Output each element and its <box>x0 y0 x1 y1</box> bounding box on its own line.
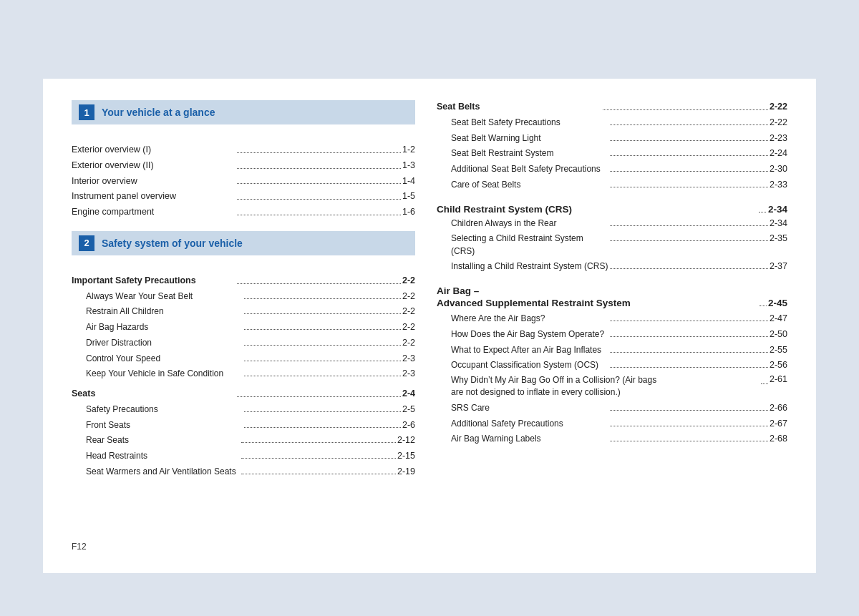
toc-entry-exterior-ii: Exterior overview (II) 1-3 <box>72 159 415 172</box>
toc-entry-additional-safety-precautions: Additional Safety Precautions 2-67 <box>437 417 787 431</box>
toc-entry-safety-precautions-sub: Safety Precautions 2-5 <box>72 403 415 416</box>
toc-entry-driver-distraction: Driver Distraction 2-2 <box>72 336 415 350</box>
toc-entry-seats: Seats 2-4 <box>72 387 415 401</box>
toc-entry-srs-care: SRS Care 2-66 <box>437 401 787 415</box>
section2-header: 2 Safety system of your vehicle <box>72 231 415 255</box>
toc-entry-ocs: Occupant Classification System (OCS) 2-5… <box>437 358 787 372</box>
toc-entry-restrain-children: Restrain All Children 2-2 <box>72 305 415 318</box>
section2-title: Safety system of your vehicle <box>102 238 243 249</box>
airbag-heading-line1: Air Bag – <box>437 285 787 296</box>
section2-number: 2 <box>79 235 94 251</box>
toc-entry-instrument: Instrument panel overview 1-5 <box>72 190 415 203</box>
toc-entry-care-of-belts: Care of Seat Belts 2-33 <box>437 178 787 192</box>
toc-entry-front-seats: Front Seats 2-6 <box>72 419 415 432</box>
toc-entry-crs-main: Child Restraint System (CRS) 2-34 <box>437 204 787 215</box>
toc-entry-selecting-crs: Selecting a Child Restraint System (CRS)… <box>437 232 787 258</box>
toc-entry-seat-warmers: Seat Warmers and Air Ventilation Seats 2… <box>72 465 415 479</box>
toc-entry-keep-vehicle: Keep Your Vehicle in Safe Condition 2-3 <box>72 367 415 381</box>
section1-number: 1 <box>79 104 94 120</box>
toc-entry-airbag-warning-labels: Air Bag Warning Labels 2-68 <box>437 432 787 446</box>
toc-entry-engine: Engine compartment 1-6 <box>72 205 415 219</box>
toc-entry-how-airbag-operates: How Does the Air Bag System Operate? 2-5… <box>437 328 787 341</box>
section1-title: Your vehicle at a glance <box>102 107 215 118</box>
left-column: 1 Your vehicle at a glance Exterior over… <box>72 100 415 534</box>
right-column: Seat Belts 2-22 Seat Belt Safety Precaut… <box>437 100 787 534</box>
toc-entry-head-restraints: Head Restraints 2-15 <box>72 449 415 463</box>
content-area: 1 Your vehicle at a glance Exterior over… <box>72 100 787 534</box>
toc-entry-why-airbag: Why Didn’t My Air Bag Go Off in a Collis… <box>437 374 787 399</box>
toc-entry-where-airbags: Where Are the Air Bags? 2-47 <box>437 312 787 326</box>
toc-entry-exterior-i: Exterior overview (I) 1-2 <box>72 143 415 157</box>
toc-entry-seat-belt: Always Wear Your Seat Belt 2-2 <box>72 290 415 303</box>
footer-label: F12 <box>72 542 87 552</box>
toc-entry-interior: Interior overview 1-4 <box>72 175 415 188</box>
airbag-heading-line2: Advanced Supplemental Restraint System 2… <box>437 298 787 308</box>
toc-entry-additional-belt-precautions: Additional Seat Belt Safety Precautions … <box>437 162 787 176</box>
toc-entry-children-rear: Children Always in the Rear 2-34 <box>437 217 787 230</box>
toc-entry-rear-seats: Rear Seats 2-12 <box>72 434 415 447</box>
toc-entry-belt-warning-light: Seat Belt Warning Light 2-23 <box>437 132 787 145</box>
footer: F12 <box>72 534 787 552</box>
toc-entry-control-speed: Control Your Speed 2-3 <box>72 352 415 366</box>
section1-header: 1 Your vehicle at a glance <box>72 100 415 124</box>
toc-entry-airbag-hazards: Air Bag Hazards 2-2 <box>72 321 415 334</box>
toc-entry-belt-restraint-system: Seat Belt Restraint System 2-24 <box>437 147 787 160</box>
toc-entry-belt-safety-precautions: Seat Belt Safety Precautions 2-22 <box>437 116 787 129</box>
toc-entry-expect-airbag-inflates: What to Expect After an Air Bag Inflates… <box>437 343 787 357</box>
toc-entry-seat-belts-main: Seat Belts 2-22 <box>437 100 787 114</box>
toc-entry-installing-crs: Installing a Child Restraint System (CRS… <box>437 260 787 273</box>
page-container: 1 Your vehicle at a glance Exterior over… <box>43 79 816 573</box>
toc-entry-safety-precautions: Important Safety Precautions 2-2 <box>72 274 415 288</box>
